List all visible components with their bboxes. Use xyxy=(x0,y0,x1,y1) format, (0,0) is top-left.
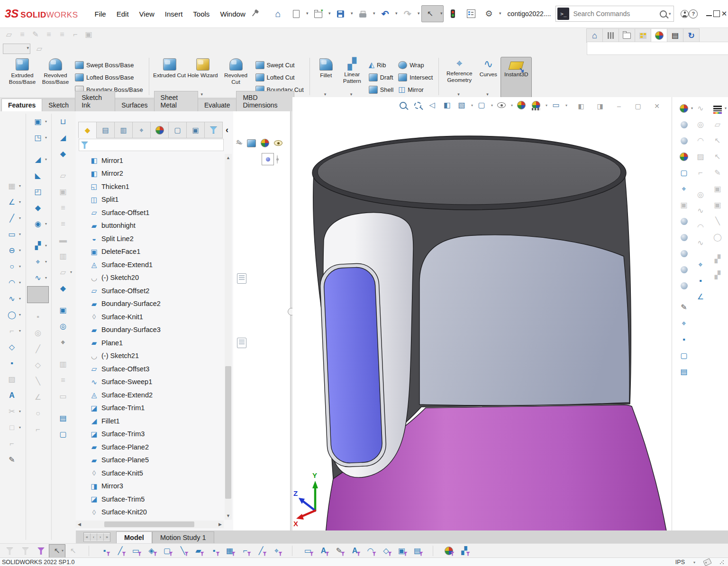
ribbon-tab[interactable]: Sketch xyxy=(42,99,75,111)
filter-tool-button[interactable] xyxy=(410,545,425,557)
wrap-button[interactable]: Wrap xyxy=(396,59,435,71)
fillet-button[interactable]: Fillet xyxy=(314,57,338,97)
tool-button[interactable] xyxy=(673,332,694,348)
task-pane-tab[interactable] xyxy=(619,28,635,43)
tool-button[interactable] xyxy=(27,114,48,130)
units-selector[interactable]: IPS xyxy=(675,559,685,566)
tree-item[interactable]: DeleteFace1 xyxy=(78,245,223,259)
help-button[interactable]: ? xyxy=(689,6,698,22)
ribbon-tab[interactable]: Evaluate xyxy=(198,99,237,111)
tool-button[interactable] xyxy=(1,210,22,226)
select-tool-button[interactable]: ↖ xyxy=(421,5,444,22)
search-commands-input[interactable] xyxy=(572,9,660,18)
intersect-button[interactable]: Intersect xyxy=(396,72,435,83)
tumbler-model[interactable] xyxy=(312,136,669,543)
tool-button[interactable] xyxy=(1,194,22,210)
tool-button[interactable] xyxy=(1,226,22,243)
filter-tool-button[interactable] xyxy=(144,545,159,557)
scrollbar-thumb[interactable] xyxy=(104,521,194,527)
tool-button[interactable] xyxy=(3,29,15,40)
search-dropdown-icon[interactable]: ▾ xyxy=(669,11,671,16)
model-tab[interactable]: Motion Study 1 xyxy=(152,531,214,543)
instant3d-button[interactable]: Instant3D xyxy=(500,57,532,98)
tool-button[interactable] xyxy=(27,232,48,238)
tool-button[interactable] xyxy=(1,355,22,371)
tree-item[interactable]: Surface-Offset1 xyxy=(78,206,223,219)
mirror-button[interactable]: Mirror xyxy=(396,84,435,95)
band-face[interactable] xyxy=(419,235,629,405)
tool-button[interactable] xyxy=(53,200,73,216)
menu-item[interactable]: Edit xyxy=(112,7,133,21)
revolved-boss-base-button[interactable]: Revolved Boss/Base xyxy=(39,57,72,97)
tool-button[interactable] xyxy=(673,315,694,332)
tree-item[interactable]: Surface-Trim3 xyxy=(78,428,223,441)
panel-tab[interactable] xyxy=(78,122,97,138)
units-dropdown-icon[interactable]: ▾ xyxy=(693,560,695,565)
tool-button[interactable] xyxy=(82,29,95,40)
panel-tab[interactable] xyxy=(150,122,169,138)
tree-item[interactable]: Boundary-Surface2 xyxy=(78,297,223,311)
tool-button[interactable] xyxy=(1,436,22,452)
tool-button[interactable] xyxy=(1,452,22,468)
tool-button[interactable] xyxy=(27,270,48,286)
tree-item[interactable]: Surface-Knit20 xyxy=(78,506,223,519)
tree-item[interactable]: Mirror1 xyxy=(78,154,223,167)
shell-button[interactable]: Shell xyxy=(367,84,395,95)
tree-item[interactable]: (-) Sketch21 xyxy=(78,350,223,363)
panel-tab[interactable] xyxy=(132,122,151,138)
curves-button[interactable]: Curves xyxy=(476,57,500,97)
menu-item[interactable]: Window xyxy=(216,7,249,21)
button-group[interactable] xyxy=(319,263,387,468)
open-button[interactable] xyxy=(310,6,331,22)
tree-item[interactable]: Fillet1 xyxy=(78,414,223,428)
filter-tool-button[interactable] xyxy=(112,545,128,557)
tool-button[interactable] xyxy=(69,29,82,40)
filter-tool-button[interactable] xyxy=(222,545,237,557)
graphics-viewport[interactable]: Y Z X xyxy=(292,97,672,543)
tool-button[interactable] xyxy=(53,404,73,410)
tool-button[interactable] xyxy=(1,243,22,259)
tool-button[interactable] xyxy=(27,238,48,254)
tree-item[interactable]: Surface-Offset2 xyxy=(78,284,223,297)
tool-button[interactable] xyxy=(27,389,48,405)
task-pane-tab[interactable] xyxy=(602,28,619,43)
tool-button[interactable] xyxy=(27,405,48,422)
display-pane-cell[interactable] xyxy=(262,153,274,165)
tool-button[interactable] xyxy=(1,420,22,436)
tree-item[interactable]: Boundary-Surface3 xyxy=(78,323,223,337)
filter-tool-button[interactable] xyxy=(33,545,49,557)
panel-tab[interactable] xyxy=(186,122,205,138)
tool-button[interactable] xyxy=(53,318,73,334)
settings-button[interactable]: ⚙ xyxy=(481,6,502,22)
task-pane-tab[interactable] xyxy=(683,28,700,43)
tree-item[interactable]: buttonhight xyxy=(78,219,223,233)
filter-tool-button[interactable] xyxy=(49,544,65,558)
tool-button[interactable] xyxy=(1,291,22,307)
tool-button[interactable] xyxy=(16,29,28,40)
tool-button[interactable] xyxy=(27,130,48,146)
visibility-cell[interactable] xyxy=(277,155,278,164)
linear-pattern-button[interactable]: Linear Pattern xyxy=(338,57,366,97)
model-canvas[interactable]: Y Z X xyxy=(292,97,672,543)
tool-button[interactable] xyxy=(53,356,73,372)
tree-item[interactable]: Split1 xyxy=(78,193,223,207)
filter-tool-button[interactable] xyxy=(128,545,144,557)
tool-button[interactable] xyxy=(707,133,728,149)
scroll-left-icon[interactable]: ◀ xyxy=(76,521,83,528)
ribbon-tab[interactable]: MBD Dimensions xyxy=(236,91,294,111)
tool-button[interactable] xyxy=(1,387,22,404)
tool-button[interactable] xyxy=(53,168,73,184)
tool-button[interactable] xyxy=(53,426,73,442)
task-pane-tab[interactable] xyxy=(635,28,651,43)
tool-button[interactable] xyxy=(707,251,728,267)
tool-button[interactable] xyxy=(43,29,55,40)
ribbon-tab[interactable]: Features xyxy=(1,99,42,111)
tool-button[interactable] xyxy=(56,29,68,40)
filter-tool-button[interactable] xyxy=(191,545,206,557)
scroll-up-icon[interactable]: ▲ xyxy=(225,154,232,162)
tool-button[interactable] xyxy=(707,117,728,133)
reference-geometry-button[interactable]: Reference Geometry xyxy=(443,57,476,97)
style-combobox[interactable] xyxy=(3,44,30,54)
tool-button[interactable] xyxy=(53,280,73,296)
account-button[interactable] xyxy=(681,6,689,22)
